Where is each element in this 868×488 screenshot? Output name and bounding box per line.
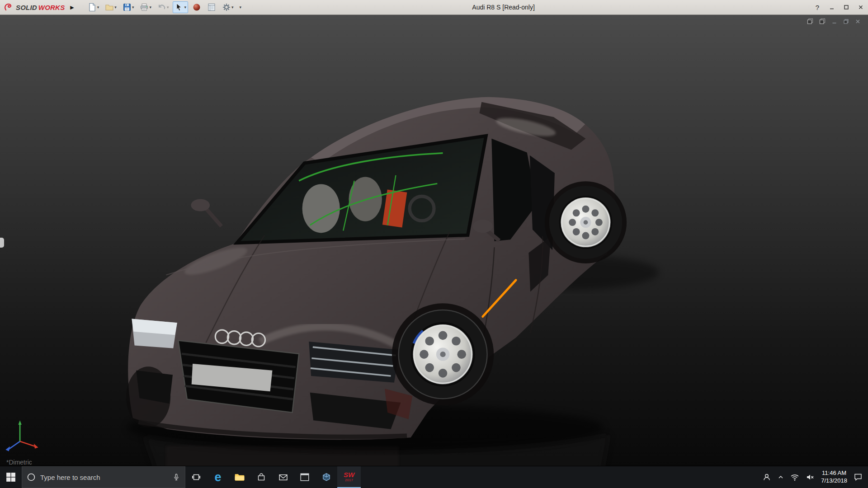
save-button[interactable]: ▾ <box>121 1 136 13</box>
solidworks-year-label: 2017 <box>345 479 353 482</box>
people-icon[interactable] <box>762 473 771 482</box>
3d-viewport-canvas[interactable] <box>0 14 868 466</box>
doc-close-icon[interactable] <box>855 19 861 24</box>
brand-solid-text: SOLID <box>16 4 37 11</box>
file-explorer-button[interactable] <box>229 466 250 488</box>
window-controls: ? <box>810 0 868 14</box>
terminal-button[interactable] <box>294 466 316 488</box>
volume-muted-icon[interactable] <box>806 473 815 482</box>
titlebar: SOLIDWORKS ▶ ▾ ▾ <box>0 0 868 15</box>
toolbar-overflow-icon[interactable]: ▾ <box>240 5 242 9</box>
brand-works-text: WORKS <box>38 4 65 11</box>
menu-expand-button[interactable]: ▶ <box>67 5 78 10</box>
appearance-sphere-button[interactable] <box>190 1 203 13</box>
help-button[interactable]: ? <box>810 0 825 14</box>
network-icon[interactable] <box>790 473 799 482</box>
minimize-icon <box>829 5 835 10</box>
dropdown-arrow-icon[interactable]: ▾ <box>167 5 169 9</box>
panel-collapse-tab[interactable] <box>0 238 4 248</box>
options-gear-button[interactable]: ▾ <box>220 1 236 13</box>
store-bag-icon <box>257 473 266 482</box>
right-mirror <box>473 220 493 233</box>
undo-button[interactable]: ▾ <box>156 1 171 13</box>
cascade-windows-icon[interactable] <box>819 18 826 24</box>
rear-wheel <box>549 186 623 259</box>
doc-minimize-icon[interactable] <box>831 19 837 24</box>
clock-date: 7/13/2018 <box>821 477 847 485</box>
document-title: Audi R8 S [Read-only] <box>472 4 535 11</box>
solidworks-logo: SOLIDWORKS <box>0 3 67 12</box>
document-properties-button[interactable] <box>205 1 218 13</box>
taskbar-search-input[interactable]: Type here to search <box>22 466 185 488</box>
task-view-button[interactable] <box>185 466 207 488</box>
print-icon <box>140 3 149 12</box>
search-placeholder: Type here to search <box>40 474 168 481</box>
view-orientation-label: *Dimetric <box>6 459 32 466</box>
file-explorer-icon <box>234 472 245 482</box>
new-document-icon <box>88 3 97 12</box>
hidden-icons-chevron-icon[interactable] <box>778 474 784 480</box>
edge-icon: e <box>214 471 221 483</box>
save-icon <box>123 3 132 12</box>
terminal-icon <box>300 472 310 482</box>
task-view-icon <box>192 473 201 482</box>
gear-icon <box>222 3 231 12</box>
left-mirror <box>191 199 210 211</box>
close-button[interactable] <box>854 0 868 14</box>
quick-access-toolbar: ▾ ▾ ▾ <box>86 1 243 13</box>
windows-logo-icon <box>6 472 16 482</box>
cube-app-button[interactable] <box>316 466 337 488</box>
maximize-button[interactable] <box>839 0 854 14</box>
windows-taskbar: Type here to search e <box>0 466 868 488</box>
select-button[interactable]: ▾ <box>173 1 188 13</box>
dropdown-arrow-icon[interactable]: ▾ <box>231 5 234 9</box>
maximize-icon <box>844 5 849 10</box>
document-properties-icon <box>207 3 216 12</box>
select-cursor-icon <box>175 3 184 12</box>
doc-restore-icon[interactable] <box>843 19 849 24</box>
solidworks-icon: SW <box>344 471 354 478</box>
orientation-triad[interactable] <box>5 420 38 451</box>
cube-app-icon <box>321 472 331 482</box>
dropdown-arrow-icon[interactable]: ▾ <box>114 5 117 9</box>
taskbar-clock[interactable]: 11:46 AM 7/13/2018 <box>821 469 847 485</box>
store-button[interactable] <box>250 466 272 488</box>
action-center-icon[interactable] <box>854 473 863 482</box>
appearance-sphere-icon <box>192 3 201 12</box>
microphone-icon[interactable] <box>172 473 180 481</box>
front-wheel <box>399 310 487 399</box>
system-tray: 11:46 AM 7/13/2018 <box>757 466 868 488</box>
open-folder-icon <box>105 3 114 12</box>
edge-button[interactable]: e <box>207 466 229 488</box>
dropdown-arrow-icon[interactable]: ▾ <box>149 5 151 9</box>
dassault-3ds-icon <box>4 3 14 12</box>
dropdown-arrow-icon[interactable]: ▾ <box>97 5 99 9</box>
open-button[interactable]: ▾ <box>103 1 118 13</box>
solidworks-2017-button[interactable]: SW 2017 <box>337 466 361 488</box>
dropdown-arrow-icon[interactable]: ▾ <box>132 5 134 9</box>
car-model-render <box>126 97 627 440</box>
close-icon <box>858 5 863 10</box>
new-document-button[interactable]: ▾ <box>86 1 101 13</box>
new-window-icon[interactable] <box>807 18 813 24</box>
start-button[interactable] <box>0 466 22 488</box>
dropdown-arrow-icon[interactable]: ▾ <box>184 5 186 9</box>
mail-envelope-icon <box>278 473 288 482</box>
screen: SOLIDWORKS ▶ ▾ ▾ <box>0 0 868 488</box>
minimize-button[interactable] <box>825 0 839 14</box>
undo-icon <box>157 3 166 12</box>
clock-time: 11:46 AM <box>822 469 846 477</box>
cortana-circle-icon <box>27 473 36 482</box>
graphics-area[interactable]: *Dimetric <box>0 14 868 466</box>
toolbar-overflow-button[interactable]: ▾ <box>238 4 244 11</box>
document-window-controls <box>807 18 861 24</box>
print-button[interactable]: ▾ <box>138 1 153 13</box>
mail-button[interactable] <box>272 466 294 488</box>
